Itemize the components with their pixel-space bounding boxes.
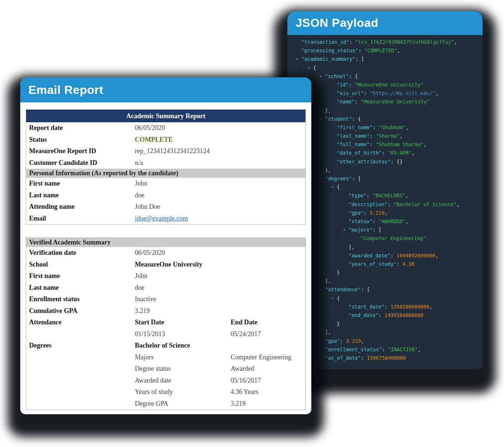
row-value: John Doe <box>135 203 305 211</box>
json-punctuation: ], <box>325 277 331 285</box>
collapse-triangle-icon[interactable]: ▼ <box>343 226 349 234</box>
indent-guide <box>332 243 343 251</box>
row-value: 01/15/2013 <box>135 330 231 338</box>
json-string-value: "MeasureOne University" <box>361 98 430 106</box>
json-key: "description" <box>349 200 388 209</box>
json-string-value: "INACTIVE" <box>388 345 418 354</box>
json-key: "academic_summary" <box>301 55 355 63</box>
collapse-triangle-icon[interactable]: ▼ <box>320 285 325 294</box>
indent-guide <box>320 149 332 157</box>
json-punctuation: , <box>435 89 438 98</box>
json-punctuation: }, <box>325 166 331 175</box>
json-code-line: "name": "MeasureOne University" <box>287 98 483 106</box>
json-punctuation: : <box>370 140 375 149</box>
json-code-line: ], <box>287 243 483 251</box>
json-number-value: 1596758400000 <box>367 354 406 362</box>
row-value: Degree GPA <box>135 400 231 408</box>
json-punctuation: , <box>406 123 409 132</box>
json-key: "first_name" <box>337 123 373 132</box>
json-string-value: "BACHELORS" <box>372 191 405 200</box>
indent-guide <box>320 191 332 200</box>
row-label: Cumulative GPA <box>26 307 135 315</box>
row-label: Customer Candidate ID <box>26 159 135 167</box>
report-row: MajorsComputer Engineering <box>26 352 305 363</box>
indent-guide <box>320 303 332 311</box>
json-punctuation: , <box>412 149 414 157</box>
row-value: COMPLETE <box>135 136 305 144</box>
json-code-line: "full_name": "Shubham Sharma", <box>287 140 483 149</box>
report-row: Years of study4.36 Years <box>26 386 305 398</box>
report-row: Customer Candidate IDn/a <box>26 157 305 169</box>
indent-guide <box>308 72 320 81</box>
indent-guide <box>332 217 343 226</box>
collapse-triangle-icon[interactable]: ▼ <box>296 55 301 63</box>
json-punctuation: , <box>435 251 438 260</box>
indent-guide <box>320 251 332 260</box>
json-key: "years_of_study" <box>349 260 396 268</box>
json-punctuation: : <box>349 38 355 46</box>
json-key: "gpa" <box>349 209 364 217</box>
row-value-2: Awarded <box>231 365 305 373</box>
report-row: Degree statusAwarded <box>26 363 305 375</box>
json-code-line: } <box>287 320 483 328</box>
row-value-2: 05/16/2017 <box>231 377 305 384</box>
json-number-value: 3.219 <box>370 209 385 217</box>
json-key: "school" <box>325 72 349 81</box>
row-value: n/a <box>135 159 305 167</box>
row-value: doe <box>135 191 305 199</box>
email-report-header: Email Report <box>20 77 311 102</box>
row-label: Status <box>26 136 135 144</box>
json-punctuation: : <box>373 123 379 132</box>
row-value: Start Date <box>135 318 231 326</box>
email-link[interactable]: jdoe@example.com <box>135 215 188 222</box>
row-value: Majors <box>135 353 231 361</box>
json-punctuation: : <box>364 209 370 217</box>
json-code-line: "last_name": "Sharma", <box>287 132 483 140</box>
json-key: "full_name" <box>337 140 370 149</box>
json-payload-title: JSON Payload <box>295 16 378 30</box>
json-code-line: ▼{ <box>287 64 483 72</box>
json-code-line: ], <box>287 277 483 285</box>
collapse-triangle-icon[interactable]: ▼ <box>320 115 325 123</box>
indent-guide <box>320 209 332 217</box>
json-punctuation: : [ <box>372 226 381 234</box>
indent-guide <box>320 234 332 243</box>
json-punctuation: : <box>372 217 378 226</box>
row-value: 06/05/2020 <box>135 249 231 257</box>
json-code-line: "type": "BACHELORS", <box>287 191 483 200</box>
row-value-2: 3.219 <box>231 400 305 408</box>
json-punctuation: : { <box>352 115 361 123</box>
indent-guide <box>296 64 308 72</box>
json-key: "student" <box>325 115 352 123</box>
json-punctuation: , <box>424 140 427 149</box>
collapse-triangle-icon[interactable]: ▼ <box>332 183 337 191</box>
json-key: "enrollment_status" <box>325 345 382 354</box>
indent-guide <box>320 243 332 251</box>
row-label: Last name <box>26 284 135 292</box>
email-report-card: Email Report Academic Summary Report Rep… <box>20 77 311 414</box>
row-value: Awarded date <box>135 377 231 384</box>
row-value-2: End Date <box>231 318 305 326</box>
json-code-line: "start_date": 1358208000000, <box>287 303 483 311</box>
json-punctuation: : <box>355 98 361 106</box>
json-code-line: "Computer Engineering" <box>287 234 483 243</box>
json-punctuation: : <box>388 200 393 209</box>
collapse-triangle-icon[interactable]: ▼ <box>308 64 313 72</box>
indent-guide <box>320 98 332 106</box>
row-value: Bachelor of Science <box>135 342 231 349</box>
json-code-line: "years_of_study": 4.36 <box>287 260 483 268</box>
json-punctuation: , <box>405 217 408 226</box>
collapse-triangle-icon[interactable]: ▼ <box>320 175 325 183</box>
indent-guide <box>320 226 332 234</box>
report-row: Degree GPA3.219 <box>26 398 305 410</box>
json-punctuation: : [ <box>355 55 364 63</box>
json-url-value: "https://my.njit.edu/" <box>370 89 435 98</box>
row-label: Verification date <box>26 249 135 257</box>
row-value: MeasureOne University <box>135 261 231 268</box>
json-punctuation: , <box>429 303 432 311</box>
json-punctuation: , <box>418 345 421 354</box>
collapse-triangle-icon[interactable]: ▼ <box>332 294 337 303</box>
json-punctuation: { <box>313 64 316 72</box>
json-code-line: "end_date": 1495584000000 <box>287 311 483 320</box>
collapse-triangle-icon[interactable]: ▼ <box>320 72 325 81</box>
